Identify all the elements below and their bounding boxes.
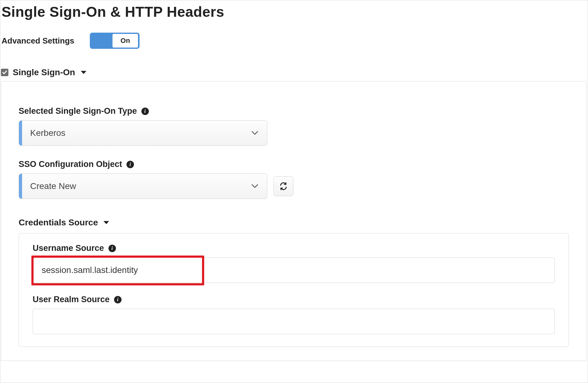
chevron-down-icon: [251, 131, 267, 135]
info-icon[interactable]: i: [141, 108, 149, 115]
sso-panel: Selected Single Sign-On Type i Kerberos …: [1, 81, 586, 361]
toggle-label: On: [113, 34, 138, 48]
sso-config-field: SSO Configuration Object i Create New: [19, 159, 569, 199]
advanced-settings-row: Advanced Settings On: [0, 33, 588, 49]
sso-section-header[interactable]: Single Sign-On: [0, 67, 588, 81]
check-icon: [2, 70, 7, 75]
refresh-button[interactable]: [273, 176, 293, 196]
refresh-icon: [279, 182, 288, 191]
credentials-source-header[interactable]: Credentials Source: [19, 218, 569, 228]
info-icon[interactable]: i: [108, 245, 116, 252]
advanced-settings-label: Advanced Settings: [2, 36, 74, 46]
advanced-settings-toggle[interactable]: On: [90, 33, 140, 49]
info-icon[interactable]: i: [126, 161, 134, 168]
select-accent: [19, 121, 22, 145]
credentials-source-panel: Username Source i User Realm Source i: [19, 233, 569, 347]
sso-section-title: Single Sign-On: [13, 67, 75, 77]
chevron-down-icon: [251, 184, 267, 188]
sso-type-select[interactable]: Kerberos: [19, 120, 267, 146]
select-accent: [19, 174, 22, 199]
sso-config-select[interactable]: Create New: [19, 173, 267, 199]
caret-down-icon: [81, 71, 86, 74]
info-icon[interactable]: i: [114, 296, 122, 303]
sso-type-field: Selected Single Sign-On Type i Kerberos: [19, 106, 569, 146]
username-source-label: Username Source: [33, 243, 104, 253]
credentials-source-title: Credentials Source: [19, 218, 98, 228]
user-realm-source-field: User Realm Source i: [33, 295, 555, 334]
user-realm-source-label: User Realm Source: [33, 295, 110, 304]
page-title: Single Sign-On & HTTP Headers: [0, 0, 588, 20]
sso-type-label: Selected Single Sign-On Type: [19, 106, 137, 116]
sso-checkbox[interactable]: [1, 69, 8, 76]
caret-down-icon: [103, 221, 109, 224]
user-realm-source-input[interactable]: [33, 309, 555, 334]
sso-type-value: Kerberos: [22, 128, 251, 138]
username-source-field: Username Source i: [33, 243, 555, 283]
sso-config-value: Create New: [22, 181, 251, 191]
username-source-input[interactable]: [33, 257, 555, 283]
sso-config-label: SSO Configuration Object: [19, 159, 122, 169]
